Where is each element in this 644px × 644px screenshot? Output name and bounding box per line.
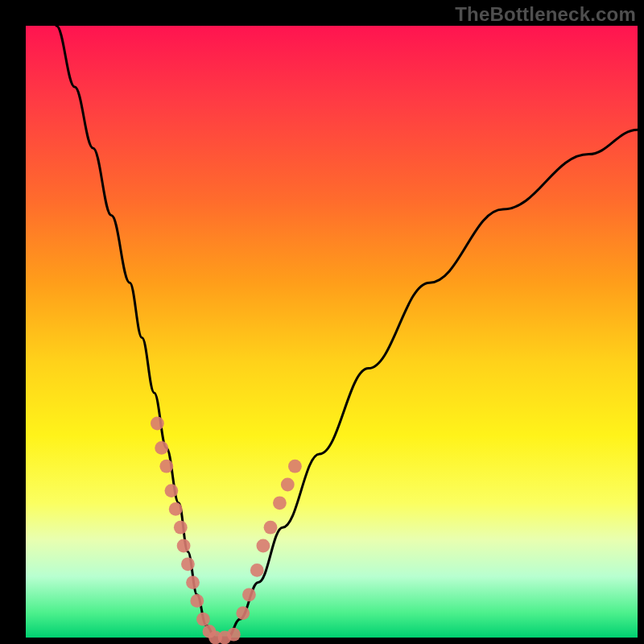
svg-point-1 (155, 441, 168, 455)
svg-point-3 (165, 484, 179, 497)
chart-overlay (0, 0, 644, 644)
svg-point-17 (250, 564, 264, 577)
svg-point-19 (264, 521, 278, 535)
svg-point-18 (257, 539, 270, 553)
svg-point-16 (242, 588, 256, 601)
svg-point-7 (181, 557, 195, 571)
svg-point-8 (186, 576, 200, 589)
chart-frame: TheBottleneck.com (0, 0, 644, 644)
svg-point-5 (174, 521, 188, 535)
svg-point-6 (177, 539, 191, 553)
svg-point-9 (190, 594, 204, 608)
svg-point-22 (288, 460, 302, 473)
svg-point-21 (281, 478, 295, 492)
svg-point-14 (227, 628, 241, 642)
svg-point-10 (196, 613, 210, 626)
svg-point-2 (159, 460, 173, 473)
svg-point-15 (236, 606, 250, 620)
svg-point-4 (169, 502, 183, 516)
svg-point-20 (273, 496, 287, 510)
bottleneck-curve (56, 26, 638, 638)
svg-point-0 (151, 417, 164, 431)
